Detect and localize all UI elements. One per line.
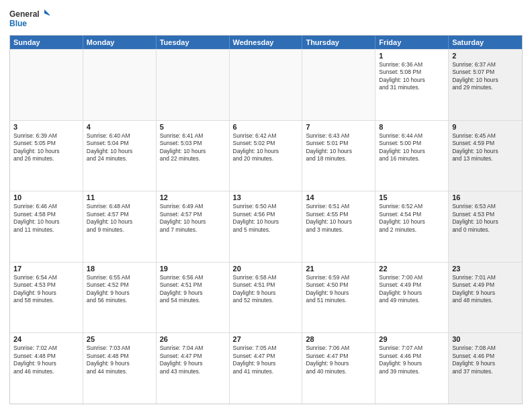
cal-cell: 27Sunrise: 7:05 AM Sunset: 4:47 PM Dayli… [230,333,303,404]
cal-cell: 25Sunrise: 7:03 AM Sunset: 4:48 PM Dayli… [83,333,157,404]
cal-cell: 19Sunrise: 6:56 AM Sunset: 4:51 PM Dayli… [157,263,230,333]
day-number: 19 [160,265,226,273]
day-number: 12 [160,193,226,201]
day-info: Sunrise: 7:01 AM Sunset: 4:49 PM Dayligh… [452,274,519,305]
day-info: Sunrise: 6:51 AM Sunset: 4:55 PM Dayligh… [306,203,371,234]
day-info: Sunrise: 6:45 AM Sunset: 4:59 PM Dayligh… [452,132,519,163]
day-info: Sunrise: 7:00 AM Sunset: 4:49 PM Dayligh… [379,274,445,305]
day-info: Sunrise: 6:54 AM Sunset: 4:53 PM Dayligh… [13,274,79,305]
day-number: 28 [306,335,371,343]
day-info: Sunrise: 7:07 AM Sunset: 4:46 PM Dayligh… [379,345,445,375]
cal-cell: 12Sunrise: 6:49 AM Sunset: 4:57 PM Dayli… [157,191,230,262]
cal-cell [157,50,230,120]
day-number: 15 [379,193,445,201]
day-info: Sunrise: 6:41 AM Sunset: 5:03 PM Dayligh… [160,132,226,163]
calendar: SundayMondayTuesdayWednesdayThursdayFrid… [9,35,523,404]
day-info: Sunrise: 7:03 AM Sunset: 4:48 PM Dayligh… [87,345,152,375]
cal-cell: 28Sunrise: 7:06 AM Sunset: 4:47 PM Dayli… [302,333,375,404]
cal-week-3: 10Sunrise: 6:46 AM Sunset: 4:58 PM Dayli… [10,191,522,262]
cal-cell: 17Sunrise: 6:54 AM Sunset: 4:53 PM Dayli… [10,263,83,333]
day-info: Sunrise: 6:36 AM Sunset: 5:08 PM Dayligh… [379,61,445,92]
day-number: 24 [13,335,79,343]
day-info: Sunrise: 6:52 AM Sunset: 4:54 PM Dayligh… [379,203,445,234]
day-info: Sunrise: 6:40 AM Sunset: 5:04 PM Dayligh… [87,132,152,163]
day-info: Sunrise: 6:55 AM Sunset: 4:52 PM Dayligh… [87,274,152,305]
day-info: Sunrise: 6:58 AM Sunset: 4:51 PM Dayligh… [233,274,299,305]
svg-text:General: General [9,9,40,19]
day-info: Sunrise: 6:44 AM Sunset: 5:00 PM Dayligh… [379,132,445,163]
day-info: Sunrise: 7:04 AM Sunset: 4:47 PM Dayligh… [160,345,226,375]
cal-cell: 6Sunrise: 6:42 AM Sunset: 5:02 PM Daylig… [230,121,303,191]
logo-svg: General Blue [9,7,50,31]
cal-cell [302,50,375,120]
cal-cell: 8Sunrise: 6:44 AM Sunset: 5:00 PM Daylig… [375,121,449,191]
cal-cell: 10Sunrise: 6:46 AM Sunset: 4:58 PM Dayli… [10,191,83,262]
cal-cell: 18Sunrise: 6:55 AM Sunset: 4:52 PM Dayli… [83,263,157,333]
cal-cell [230,50,303,120]
logo: General Blue [9,7,50,31]
cal-cell: 16Sunrise: 6:53 AM Sunset: 4:53 PM Dayli… [449,191,522,262]
day-number: 25 [87,335,152,343]
cal-cell: 13Sunrise: 6:50 AM Sunset: 4:56 PM Dayli… [230,191,303,262]
day-info: Sunrise: 6:46 AM Sunset: 4:58 PM Dayligh… [13,203,79,234]
cal-cell: 14Sunrise: 6:51 AM Sunset: 4:55 PM Dayli… [302,191,375,262]
day-number: 1 [379,52,445,60]
day-number: 26 [160,335,226,343]
day-number: 14 [306,193,371,201]
day-info: Sunrise: 6:49 AM Sunset: 4:57 PM Dayligh… [160,203,226,234]
day-number: 18 [87,265,152,273]
cal-cell: 15Sunrise: 6:52 AM Sunset: 4:54 PM Dayli… [375,191,449,262]
day-number: 27 [233,335,299,343]
cal-cell: 11Sunrise: 6:48 AM Sunset: 4:57 PM Dayli… [83,191,157,262]
cal-cell: 24Sunrise: 7:02 AM Sunset: 4:48 PM Dayli… [10,333,83,404]
cal-header-monday: Monday [83,36,157,49]
day-number: 29 [379,335,445,343]
cal-header-tuesday: Tuesday [157,36,230,49]
calendar-body: 1Sunrise: 6:36 AM Sunset: 5:08 PM Daylig… [10,49,522,404]
cal-cell: 9Sunrise: 6:45 AM Sunset: 4:59 PM Daylig… [449,121,522,191]
cal-cell: 30Sunrise: 7:08 AM Sunset: 4:46 PM Dayli… [449,333,522,404]
day-info: Sunrise: 7:08 AM Sunset: 4:46 PM Dayligh… [452,345,519,375]
day-number: 10 [13,193,79,201]
day-number: 23 [452,265,519,273]
cal-week-2: 3Sunrise: 6:39 AM Sunset: 5:05 PM Daylig… [10,120,522,191]
day-info: Sunrise: 6:53 AM Sunset: 4:53 PM Dayligh… [452,203,519,234]
cal-cell [10,50,83,120]
day-info: Sunrise: 6:48 AM Sunset: 4:57 PM Dayligh… [87,203,152,234]
day-info: Sunrise: 6:37 AM Sunset: 5:07 PM Dayligh… [452,61,519,92]
day-info: Sunrise: 7:05 AM Sunset: 4:47 PM Dayligh… [233,345,299,375]
cal-week-1: 1Sunrise: 6:36 AM Sunset: 5:08 PM Daylig… [10,49,522,120]
page: General Blue SundayMondayTuesdayWednesda… [0,0,532,411]
day-info: Sunrise: 6:56 AM Sunset: 4:51 PM Dayligh… [160,274,226,305]
cal-header-thursday: Thursday [302,36,375,49]
day-number: 30 [452,335,519,343]
day-info: Sunrise: 6:59 AM Sunset: 4:50 PM Dayligh… [306,274,371,305]
cal-week-5: 24Sunrise: 7:02 AM Sunset: 4:48 PM Dayli… [10,332,522,404]
day-info: Sunrise: 7:06 AM Sunset: 4:47 PM Dayligh… [306,345,371,375]
cal-cell: 2Sunrise: 6:37 AM Sunset: 5:07 PM Daylig… [449,50,522,120]
svg-marker-2 [44,9,50,16]
day-info: Sunrise: 6:42 AM Sunset: 5:02 PM Dayligh… [233,132,299,163]
day-number: 2 [452,52,519,60]
cal-cell: 4Sunrise: 6:40 AM Sunset: 5:04 PM Daylig… [83,121,157,191]
day-number: 5 [160,123,226,131]
day-number: 11 [87,193,152,201]
day-info: Sunrise: 6:39 AM Sunset: 5:05 PM Dayligh… [13,132,79,163]
cal-cell [83,50,157,120]
cal-header-wednesday: Wednesday [230,36,303,49]
day-info: Sunrise: 7:02 AM Sunset: 4:48 PM Dayligh… [13,345,79,375]
cal-cell: 20Sunrise: 6:58 AM Sunset: 4:51 PM Dayli… [230,263,303,333]
cal-header-friday: Friday [375,36,449,49]
day-number: 7 [306,123,371,131]
day-info: Sunrise: 6:43 AM Sunset: 5:01 PM Dayligh… [306,132,371,163]
day-number: 20 [233,265,299,273]
cal-cell: 23Sunrise: 7:01 AM Sunset: 4:49 PM Dayli… [449,263,522,333]
cal-cell: 21Sunrise: 6:59 AM Sunset: 4:50 PM Dayli… [302,263,375,333]
day-number: 6 [233,123,299,131]
day-number: 16 [452,193,519,201]
cal-cell: 29Sunrise: 7:07 AM Sunset: 4:46 PM Dayli… [375,333,449,404]
day-number: 4 [87,123,152,131]
day-number: 8 [379,123,445,131]
header: General Blue [9,7,523,31]
cal-cell: 22Sunrise: 7:00 AM Sunset: 4:49 PM Dayli… [375,263,449,333]
